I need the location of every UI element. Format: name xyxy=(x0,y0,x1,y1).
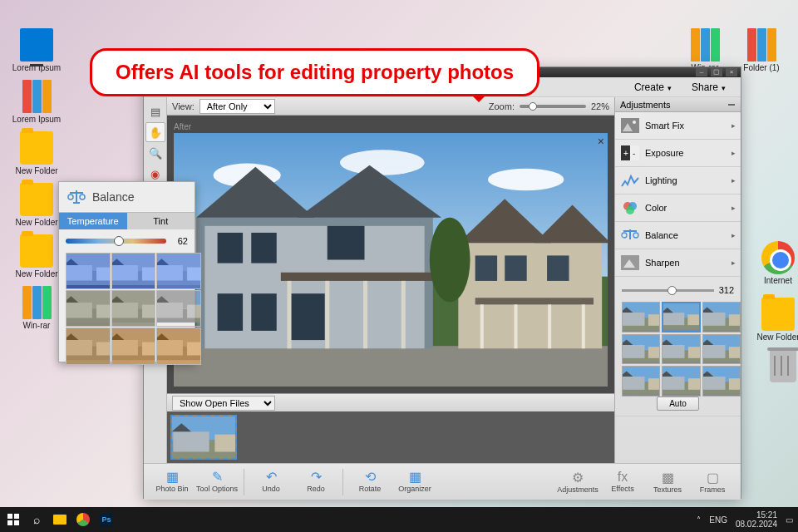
balance-preset[interactable] xyxy=(111,328,156,364)
desktop-icon-new-folder[interactable]: New Folder xyxy=(12,183,62,227)
close-button[interactable]: × xyxy=(726,68,737,76)
desktop-icon-lorem-ipsum[interactable]: Lorem Ipsum xyxy=(12,80,62,124)
chrome-button[interactable] xyxy=(75,511,91,528)
sharpen-preset[interactable] xyxy=(622,302,660,332)
sharpen-preset[interactable] xyxy=(662,302,700,332)
adjustment-lighting[interactable]: Lighting▸ xyxy=(615,167,741,195)
desktop-icon-folder-(1)[interactable]: Folder (1) xyxy=(736,28,786,72)
share-menu[interactable]: Share▾ xyxy=(683,80,734,95)
adjustment-color[interactable]: Color▸ xyxy=(615,195,741,222)
sharpen-preset[interactable] xyxy=(662,334,700,365)
svg-rect-35 xyxy=(173,431,209,451)
svg-rect-27 xyxy=(475,298,594,304)
svg-rect-84 xyxy=(729,347,740,358)
svg-rect-94 xyxy=(688,379,699,391)
close-image-button[interactable]: × xyxy=(598,135,604,148)
svg-rect-129 xyxy=(142,305,155,318)
svg-rect-134 xyxy=(187,305,200,318)
sharpen-preset[interactable] xyxy=(702,302,741,332)
svg-rect-13 xyxy=(218,293,244,331)
adjustments-button[interactable]: ⚙Adjustments xyxy=(556,470,599,494)
hand-tool[interactable]: ✋ xyxy=(145,122,165,142)
svg-rect-109 xyxy=(96,268,110,281)
adjustment-balance[interactable]: Balance▸ xyxy=(615,222,741,249)
balance-preset[interactable] xyxy=(66,328,111,364)
balance-preset[interactable] xyxy=(111,253,156,289)
maximize-button[interactable]: ▢ xyxy=(711,68,722,76)
sharpen-preset[interactable] xyxy=(662,366,700,397)
adjustment-sharpen[interactable]: Sharpen▸ xyxy=(615,249,741,277)
balance-preset[interactable] xyxy=(111,290,156,327)
auto-button[interactable]: Auto xyxy=(657,397,699,411)
rotate-button[interactable]: ⟲Rotate xyxy=(348,469,392,495)
desktop-icon-lorem-ipsum[interactable]: Lorem Ipsum xyxy=(12,28,62,72)
svg-rect-69 xyxy=(729,314,740,326)
language-indicator[interactable]: ENG xyxy=(709,515,727,525)
svg-point-103 xyxy=(80,195,85,200)
create-menu[interactable]: Create▾ xyxy=(626,80,680,95)
sharpen-preset[interactable] xyxy=(622,334,660,365)
explorer-button[interactable] xyxy=(52,511,68,528)
balance-preset[interactable] xyxy=(66,290,111,327)
zoom-tool[interactable]: 🔍 xyxy=(145,143,165,163)
sharpen-slider[interactable] xyxy=(622,289,714,292)
filmstrip-select[interactable]: Show Open Files xyxy=(172,396,275,411)
undo-button[interactable]: ↶Undo xyxy=(249,469,293,495)
balance-preset[interactable] xyxy=(66,253,111,289)
photo-bin-button[interactable]: ▦Photo Bin xyxy=(150,469,194,495)
svg-point-41 xyxy=(633,121,636,124)
sharpen-preset[interactable] xyxy=(622,366,660,397)
organizer-button[interactable]: ▦Organizer xyxy=(393,469,436,495)
temperature-tab[interactable]: Temperature xyxy=(59,212,127,229)
balance-preset[interactable] xyxy=(156,290,201,327)
chevron-right-icon: ▸ xyxy=(732,121,736,130)
ps-button[interactable]: Ps xyxy=(98,511,115,528)
adjustment-smart-fix[interactable]: Smart Fix▸ xyxy=(615,112,741,140)
start-button[interactable] xyxy=(5,511,22,528)
svg-rect-97 xyxy=(703,377,726,390)
minimize-button[interactable]: – xyxy=(696,68,707,76)
frames-button[interactable]: ▢Frames xyxy=(691,470,734,494)
filmstrip-thumb[interactable] xyxy=(170,415,237,460)
desktop-icon-new-folder[interactable]: New Folder xyxy=(753,298,798,342)
svg-rect-144 xyxy=(142,342,155,356)
sharpen-value: 312 xyxy=(719,285,734,295)
zoom-value: 22% xyxy=(591,101,609,111)
svg-rect-74 xyxy=(648,347,659,358)
svg-rect-151 xyxy=(14,514,19,519)
sharpen-preset[interactable] xyxy=(702,334,741,365)
layers-tool[interactable]: ▤ xyxy=(145,101,165,121)
adjustment-exposure[interactable]: +-Exposure▸ xyxy=(615,140,741,167)
balance-preset[interactable] xyxy=(156,253,201,289)
desktop-icon-trash[interactable] xyxy=(758,349,798,384)
svg-rect-10 xyxy=(218,233,244,264)
view-select[interactable]: After Only xyxy=(200,99,275,114)
desktop-icon-win-rar[interactable]: Win-rar xyxy=(12,286,62,330)
svg-rect-12 xyxy=(328,226,365,260)
chevron-right-icon: ▸ xyxy=(732,259,736,267)
svg-rect-25 xyxy=(505,255,526,281)
redo-button[interactable]: ↷Redo xyxy=(294,469,337,495)
view-label: View: xyxy=(172,101,195,111)
notifications-icon[interactable]: ▭ xyxy=(786,515,793,525)
balance-icon xyxy=(67,189,86,205)
tool-options-button[interactable]: ✎Tool Options xyxy=(195,469,239,495)
balance-icon xyxy=(620,227,640,244)
desktop-icon-new-folder[interactable]: New Folder xyxy=(12,131,62,175)
zoom-slider[interactable] xyxy=(520,105,586,108)
temperature-slider[interactable] xyxy=(66,239,166,244)
sharpen-presets xyxy=(622,302,734,392)
tint-tab[interactable]: Tint xyxy=(127,212,195,229)
balance-preset[interactable] xyxy=(156,328,201,364)
svg-rect-16 xyxy=(281,273,433,281)
textures-button[interactable]: ▩Textures xyxy=(646,470,689,494)
desktop-icon-new-folder[interactable]: New Folder xyxy=(12,234,62,278)
svg-rect-62 xyxy=(663,313,684,325)
desktop-icon-internet[interactable]: Internet xyxy=(753,241,798,285)
tray-chevron-icon[interactable]: ˄ xyxy=(697,515,701,525)
sharpen-preset[interactable] xyxy=(702,366,741,397)
svg-rect-77 xyxy=(663,345,685,358)
effects-button[interactable]: fxEffects xyxy=(601,470,644,494)
search-button[interactable]: ⌕ xyxy=(28,511,45,528)
svg-rect-79 xyxy=(688,347,699,358)
